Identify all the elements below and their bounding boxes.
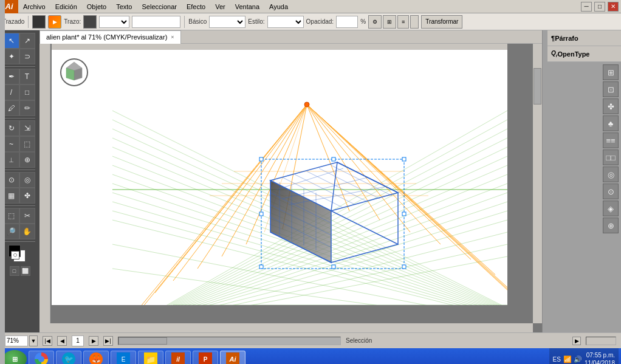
transformar-button[interactable]: Transformar: [421, 15, 462, 29]
parrafo-panel-header[interactable]: ¶ Párrafo: [547, 30, 621, 46]
menu-objeto[interactable]: Objeto: [82, 2, 111, 12]
taskbar-explorer[interactable]: E: [111, 351, 136, 364]
scrollbar-v-thumb[interactable]: [534, 68, 541, 105]
panel-tool-6[interactable]: □□: [603, 149, 619, 165]
estilo-select[interactable]: [267, 16, 304, 28]
align-btn[interactable]: ≡: [397, 15, 409, 29]
handle-tr[interactable]: [402, 157, 406, 161]
fullscreen-mode-btn[interactable]: ⬜: [21, 266, 30, 276]
free-transform-tool[interactable]: ⬚: [19, 136, 35, 152]
menu-seleccionar[interactable]: Seleccionar: [137, 2, 181, 12]
panel-tool-8[interactable]: ⊙: [603, 184, 619, 199]
hand-tool[interactable]: ✋: [19, 224, 35, 239]
language-indicator[interactable]: ES: [553, 356, 561, 363]
canvas-scroll[interactable]: [39, 44, 542, 332]
handle-br[interactable]: [402, 265, 406, 269]
vp-top[interactable]: [304, 102, 309, 107]
shape-tool[interactable]: □: [19, 84, 35, 100]
taskbar-folder[interactable]: 📁: [138, 351, 163, 364]
selection-tool[interactable]: ↖: [4, 33, 19, 49]
warp-tool[interactable]: ~: [4, 136, 19, 152]
pen-tool[interactable]: ✒: [4, 69, 19, 84]
scroll-bar-mini[interactable]: [586, 337, 616, 345]
stroke-type-select[interactable]: [209, 16, 245, 28]
rotate-tool[interactable]: ↻: [4, 120, 19, 136]
type-tool[interactable]: T: [19, 69, 35, 84]
trazo-select[interactable]: [99, 16, 129, 28]
handle-ml[interactable]: [259, 212, 263, 216]
document-tab[interactable]: alien plant* al 71% (CMYK/Previsualizar)…: [39, 30, 181, 44]
paintbrush-tool[interactable]: 🖊: [4, 100, 19, 116]
pencil-tool[interactable]: ✏: [19, 100, 35, 116]
handle-tc[interactable]: [332, 157, 335, 161]
opacidad-input[interactable]: 100: [336, 16, 358, 28]
normal-mode-btn[interactable]: □: [10, 266, 19, 276]
handle-tl[interactable]: [259, 157, 263, 161]
trazo-icon[interactable]: [83, 15, 97, 29]
taskbar-ai-active[interactable]: Ai: [220, 351, 245, 364]
stroke-color-swatch[interactable]: [32, 15, 46, 29]
menu-efecto[interactable]: Efecto: [182, 2, 210, 12]
taskbar-powerpoint[interactable]: P: [193, 351, 218, 364]
perspective-tool[interactable]: ⟂: [4, 152, 19, 168]
panel-tool-7[interactable]: ◎: [603, 167, 619, 182]
menu-ver[interactable]: Ver: [210, 2, 230, 12]
taskbar-chrome[interactable]: [29, 351, 54, 364]
panel-tool-4[interactable]: ♣: [603, 115, 619, 131]
prev-page-btn[interactable]: ◀: [57, 336, 67, 346]
panel-tool-2[interactable]: ⊡: [603, 81, 619, 97]
zoom-dropdown-btn[interactable]: ▼: [29, 335, 38, 346]
start-button[interactable]: ⊞: [2, 350, 27, 364]
volume-icon[interactable]: 🔊: [574, 355, 582, 363]
shape-builder-tool[interactable]: ⊕: [19, 152, 35, 168]
chart-tool[interactable]: ▦: [4, 188, 19, 204]
menu-ayuda[interactable]: Ayuda: [264, 2, 293, 12]
panel-tool-9[interactable]: ◈: [603, 201, 619, 216]
handle-bc[interactable]: [332, 265, 335, 269]
symbol-tool[interactable]: ✤: [19, 188, 35, 204]
horizontal-scroll-track[interactable]: [118, 337, 341, 345]
lasso-tool[interactable]: ⊃: [19, 49, 35, 64]
page-input[interactable]: 1: [72, 335, 84, 346]
last-page-btn[interactable]: ▶|: [103, 336, 113, 346]
menu-edicion[interactable]: Edición: [50, 2, 82, 12]
handle-bl[interactable]: [259, 265, 263, 269]
zoom-tool[interactable]: 🔎: [4, 224, 19, 239]
transform-btn[interactable]: [410, 15, 419, 29]
opacity-options-btn[interactable]: ⚙: [368, 15, 382, 29]
orientation-cube[interactable]: [59, 57, 89, 88]
zoom-input[interactable]: 71%: [5, 335, 28, 346]
menu-ventana[interactable]: Ventana: [230, 2, 264, 12]
status-arrow-btn[interactable]: ▶: [572, 337, 581, 345]
next-page-btn[interactable]: ▶: [89, 336, 98, 346]
color-swatches[interactable]: ⬡: [9, 245, 32, 263]
magic-wand-tool[interactable]: ✦: [4, 49, 19, 64]
taskbar-firefox[interactable]: 🦊: [83, 351, 109, 364]
stroke-type-btn[interactable]: ▶: [48, 15, 61, 29]
eyedropper-tool[interactable]: ⊙: [4, 172, 19, 188]
h-scroll-thumb[interactable]: [118, 337, 167, 345]
handle-mr[interactable]: [402, 212, 406, 216]
slice-tool[interactable]: ✂: [19, 208, 35, 224]
panel-tool-5[interactable]: ≡≡: [603, 132, 619, 148]
maximize-button[interactable]: □: [594, 2, 605, 12]
first-page-btn[interactable]: |◀: [43, 336, 52, 346]
artboard-tool[interactable]: ⬚: [4, 208, 19, 224]
menu-texto[interactable]: Texto: [111, 2, 137, 12]
direct-selection-tool[interactable]: ↗: [19, 33, 35, 49]
stroke-value[interactable]: [132, 16, 180, 28]
panel-tool-3[interactable]: ✤: [603, 98, 619, 114]
panel-tool-1[interactable]: ⊞: [603, 64, 619, 80]
line-tool[interactable]: /: [4, 84, 19, 100]
panel-resize-handle[interactable]: [0, 0, 5, 364]
scrollbar-vertical[interactable]: [533, 44, 542, 323]
taskbar-files2[interactable]: il: [165, 351, 191, 364]
opentype-panel-header[interactable]: Qr OpenType: [547, 46, 621, 62]
menu-archivo[interactable]: Archivo: [18, 2, 50, 12]
blend-tool[interactable]: ◎: [19, 172, 35, 188]
grid-btn[interactable]: ⊞: [383, 15, 396, 29]
close-button[interactable]: ✕: [608, 2, 619, 12]
scrollbar-horizontal[interactable]: [39, 323, 533, 332]
scale-tool[interactable]: ⇲: [19, 120, 35, 136]
taskbar-thunderbird[interactable]: 🐦: [56, 351, 81, 364]
